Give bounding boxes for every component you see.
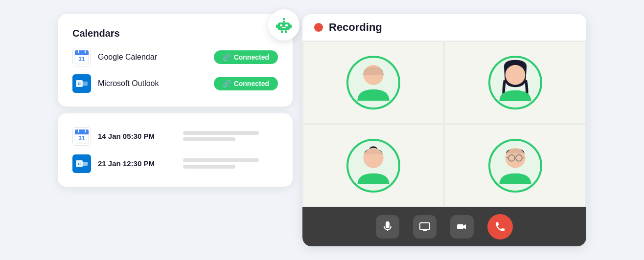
svg-line-48 <box>522 157 524 158</box>
event-outlook-icon: O <box>72 154 91 173</box>
svg-text:31: 31 <box>78 135 85 142</box>
calendars-card: Calendars 31 Google Calendar <box>58 14 293 107</box>
mic-button[interactable] <box>376 215 399 238</box>
svg-rect-16 <box>85 50 86 53</box>
video-cell-3 <box>302 124 444 207</box>
calendars-title: Calendars <box>72 28 278 39</box>
outlook-calendar-icon: O <box>72 74 91 93</box>
svg-text:31: 31 <box>78 56 85 63</box>
recording-label: Recording <box>329 21 382 34</box>
video-grid <box>302 41 586 207</box>
svg-rect-29 <box>78 130 79 132</box>
events-card: 31 14 Jan 05:30 PM O <box>58 113 293 187</box>
svg-rect-2 <box>285 24 288 26</box>
video-cell-1 <box>302 41 444 124</box>
event-bar-long-1 <box>183 131 259 135</box>
google-calendar-name: Google Calendar <box>98 53 207 62</box>
svg-rect-52 <box>457 224 463 229</box>
google-calendar-item: 31 Google Calendar 🔗 Connected <box>72 48 278 66</box>
avatar-3 <box>346 139 400 193</box>
svg-rect-13 <box>75 53 89 55</box>
event-bar-short-1 <box>183 137 235 141</box>
svg-rect-3 <box>282 27 286 28</box>
svg-rect-6 <box>276 24 278 28</box>
svg-point-36 <box>364 65 384 85</box>
event-google-icon: 31 <box>72 127 91 146</box>
video-cell-2 <box>444 41 586 124</box>
svg-line-47 <box>506 157 508 158</box>
controls-bar <box>302 207 586 246</box>
event-time-2: 21 Jan 12:30 PM <box>98 159 176 168</box>
event-item-2: O 21 Jan 12:30 PM <box>72 154 278 173</box>
svg-point-41 <box>364 148 384 168</box>
svg-rect-7 <box>290 24 292 28</box>
link-icon-outlook: 🔗 <box>223 80 231 87</box>
video-cell-4 <box>444 124 586 207</box>
google-calendar-icon: 31 <box>72 48 91 66</box>
avatar-2 <box>488 56 542 109</box>
outlook-connected-badge: 🔗 Connected <box>214 77 278 90</box>
end-call-button[interactable] <box>487 214 513 239</box>
bot-icon <box>268 9 299 41</box>
svg-point-5 <box>282 18 285 21</box>
video-header: Recording <box>302 14 586 41</box>
avatar-4 <box>488 139 542 193</box>
camera-button[interactable] <box>450 215 474 238</box>
main-container: Calendars 31 Google Calendar <box>58 14 586 246</box>
svg-rect-27 <box>75 132 89 134</box>
event-item-1: 31 14 Jan 05:30 PM <box>72 127 278 146</box>
svg-text:O: O <box>78 82 81 86</box>
svg-point-38 <box>506 65 526 85</box>
svg-rect-8 <box>281 30 283 33</box>
event-time-1: 14 Jan 05:30 PM <box>98 132 176 140</box>
svg-rect-0 <box>278 22 290 30</box>
event-bar-long-2 <box>183 158 259 162</box>
svg-text:O: O <box>78 162 81 166</box>
svg-rect-34 <box>83 162 88 166</box>
recording-dot <box>314 23 323 32</box>
svg-rect-49 <box>420 223 430 230</box>
outlook-calendar-name: Microsoft Outlook <box>98 79 207 88</box>
event-bars-1 <box>183 131 278 141</box>
avatar-1 <box>346 56 400 109</box>
svg-rect-30 <box>85 130 86 132</box>
svg-rect-15 <box>78 50 79 53</box>
screen-share-button[interactable] <box>413 215 437 238</box>
svg-rect-1 <box>280 24 282 26</box>
left-panel: Calendars 31 Google Calendar <box>58 14 293 187</box>
outlook-calendar-item: O Microsoft Outlook 🔗 Connected <box>72 74 278 93</box>
video-call-panel: Recording <box>302 14 586 246</box>
link-icon-google: 🔗 <box>223 53 231 61</box>
svg-rect-9 <box>285 30 287 33</box>
event-bar-short-2 <box>183 165 235 169</box>
event-bars-2 <box>183 158 278 169</box>
google-connected-badge: 🔗 Connected <box>214 50 278 64</box>
